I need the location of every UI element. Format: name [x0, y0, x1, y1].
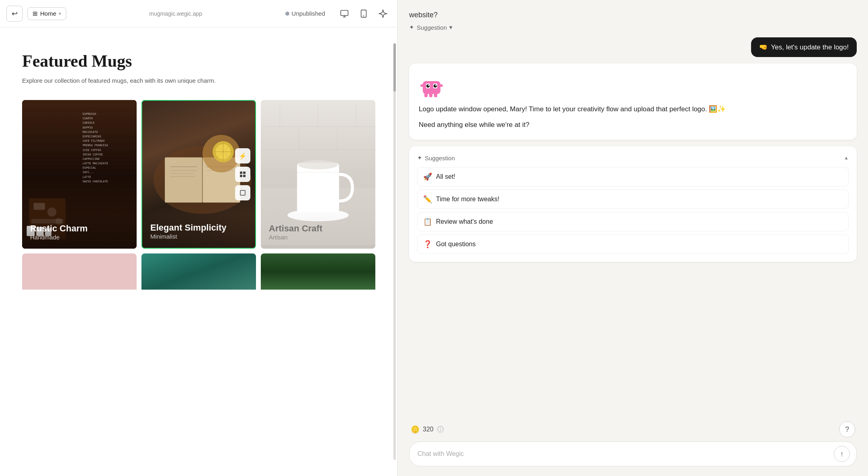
elegant-card-style: Minimalist — [150, 233, 247, 240]
monster-avatar — [419, 73, 444, 99]
elegant-card-overlay: Elegant Simplicity Minimalist — [142, 215, 255, 248]
svg-rect-6 — [34, 203, 45, 210]
home-button[interactable]: ⊞ Home ▾ — [27, 7, 66, 20]
user-message-text: Yes, let's update the logo! — [771, 43, 849, 51]
svg-rect-31 — [243, 172, 246, 174]
bot-response-bubble: Logo update window opened, Mary! Time to… — [409, 63, 857, 140]
svg-rect-57 — [429, 93, 432, 97]
mug-card-pink[interactable] — [22, 253, 137, 290]
partial-question-text: website? — [409, 10, 857, 24]
toolbar-view-controls — [336, 6, 391, 22]
svg-rect-36 — [297, 163, 339, 213]
artisan-card-style: Artisan — [269, 234, 367, 241]
help-button[interactable]: ? — [839, 421, 855, 437]
back-button[interactable]: ↩ — [6, 6, 23, 22]
suggestions-label: ✦ Suggestion — [417, 154, 455, 161]
svg-rect-30 — [240, 172, 242, 174]
suggestions-header: ✦ Suggestion ▲ — [417, 154, 849, 161]
chat-footer-area: 🪙 320 ⓘ ? ↑ — [398, 421, 868, 476]
website-preview: Featured Mugs Explore our collection of … — [0, 27, 397, 476]
desktop-view-button[interactable] — [336, 6, 352, 22]
svg-point-53 — [434, 84, 437, 88]
suggestion-text-review: Review what's done — [436, 218, 493, 225]
status-label: Unpublished — [292, 10, 325, 17]
mobile-icon — [359, 9, 368, 18]
elegant-card-name: Elegant Simplicity — [150, 223, 247, 233]
scrollbar-track[interactable] — [393, 43, 396, 460]
mug-card-teal-wood[interactable] — [141, 253, 256, 290]
svg-point-52 — [426, 84, 430, 88]
section-subtitle: Explore our collection of featured mugs,… — [22, 77, 375, 84]
scrollbar-thumb[interactable] — [393, 43, 396, 92]
suggestion-item-more-tweaks[interactable]: ✏️ Time for more tweaks! — [417, 190, 849, 209]
clipboard-icon: 📋 — [423, 217, 432, 226]
home-label: Home — [40, 10, 56, 17]
suggestion-item-all-set[interactable]: 🚀 All set! — [417, 167, 849, 186]
svg-point-37 — [298, 160, 338, 170]
top-suggestion-label: Suggestion — [417, 24, 447, 31]
suggestion-text-all-set: All set! — [436, 173, 455, 180]
layout-button[interactable] — [235, 167, 250, 182]
send-button[interactable]: ↑ — [834, 446, 850, 462]
status-dot — [285, 12, 289, 16]
svg-rect-60 — [440, 84, 443, 87]
chat-input-row: ↑ — [409, 441, 857, 466]
user-message-container: 🤜 Yes, let's update the logo! — [409, 37, 857, 57]
crop-icon — [240, 190, 246, 196]
artisan-card-name: Artisan Craft — [269, 223, 367, 234]
suggestions-section: ✦ Suggestion ▲ 🚀 All set! ✏️ Time for mo… — [409, 146, 857, 262]
back-icon: ↩ — [12, 9, 18, 18]
sparkle-icon — [379, 9, 387, 18]
svg-rect-58 — [434, 93, 437, 97]
settings-button[interactable] — [375, 6, 391, 22]
suggestion-star-icon: ✦ — [409, 24, 414, 31]
svg-rect-33 — [243, 175, 246, 177]
svg-rect-32 — [240, 175, 242, 177]
chevron-down-icon: ▾ — [449, 24, 452, 31]
chat-input[interactable] — [418, 450, 830, 458]
svg-rect-0 — [341, 10, 348, 15]
suggestion-text-questions: Got questions — [436, 241, 476, 248]
quick-edit-button[interactable]: ⚡ — [235, 148, 250, 163]
suggestion-star-icon-2: ✦ — [417, 154, 422, 161]
suggestions-title: Suggestion — [425, 155, 455, 161]
top-suggestion-badge[interactable]: ✦ Suggestion ▾ — [409, 24, 452, 31]
mug-card-elegant[interactable]: ⚡ — [141, 100, 256, 249]
mugs-grid: ESPRESSOCUARTOCARIOCADUPPIOMACCHIATOESPE… — [22, 100, 375, 290]
user-bubble: 🤜 Yes, let's update the logo! — [751, 37, 857, 57]
card-edit-actions: ⚡ — [235, 148, 250, 200]
suggestion-text-more-tweaks: Time for more tweaks! — [436, 196, 500, 203]
mug-card-rustic[interactable]: ESPRESSOCUARTOCARIOCADUPPIOMACCHIATOESPE… — [22, 100, 137, 249]
rustic-card-name: Rustic Charm — [30, 223, 129, 234]
suggestion-item-review[interactable]: 📋 Review what's done — [417, 212, 849, 231]
crop-button[interactable] — [235, 185, 250, 200]
credits-row: 🪙 320 ⓘ ? — [409, 421, 857, 437]
chevron-down-icon: ▾ — [59, 11, 61, 16]
mobile-view-button[interactable] — [356, 6, 372, 22]
credits-info-icon[interactable]: ⓘ — [437, 426, 444, 433]
editor-toolbar: ↩ ⊞ Home ▾ mugmagic.wegic.app Unpublishe… — [0, 0, 397, 27]
credits-count: 320 — [423, 426, 434, 433]
mug-card-artisan[interactable]: Artisan Craft Artisan — [261, 100, 375, 249]
user-message-icon: 🤜 — [759, 43, 768, 51]
url-display: mugmagic.wegic.app — [71, 10, 280, 17]
chat-messages-list: website? ✦ Suggestion ▾ 🤜 Yes, let's upd… — [398, 0, 868, 421]
bot-avatar-container — [419, 73, 847, 99]
partial-top-message: website? ✦ Suggestion ▾ — [409, 10, 857, 31]
credits-coin-icon: 🪙 — [411, 425, 420, 434]
send-arrow-icon: ↑ — [840, 450, 844, 458]
svg-rect-34 — [240, 190, 245, 195]
section-title: Featured Mugs — [22, 51, 375, 71]
suggestion-item-questions[interactable]: ❓ Got questions — [417, 235, 849, 254]
rustic-card-style: Handmade — [30, 234, 129, 241]
home-icon: ⊞ — [33, 10, 38, 17]
layout-icon — [240, 171, 246, 178]
svg-point-55 — [435, 85, 436, 86]
suggestions-collapse-icon[interactable]: ▲ — [844, 155, 849, 161]
svg-point-54 — [428, 85, 429, 86]
svg-rect-14 — [165, 157, 203, 202]
mug-card-green-grass[interactable] — [261, 253, 375, 290]
pencil-icon: ✏️ — [423, 195, 432, 204]
question-icon: ❓ — [423, 240, 432, 249]
editor-panel: ↩ ⊞ Home ▾ mugmagic.wegic.app Unpublishe… — [0, 0, 398, 476]
